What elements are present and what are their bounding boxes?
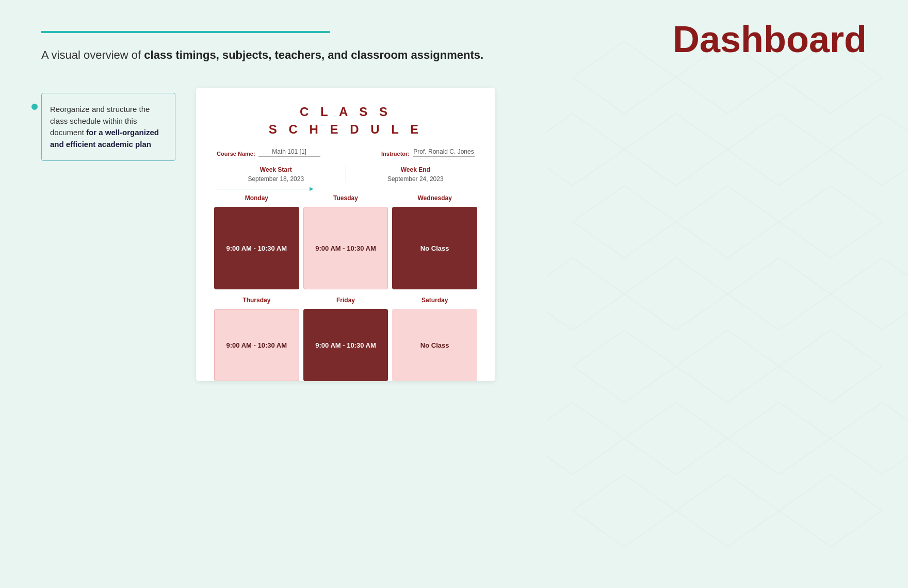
svg-marker-18 (624, 402, 727, 475)
wednesday-cell: No Class (392, 207, 477, 289)
saturday-header: Saturday (392, 295, 477, 306)
header: A visual overview of class timings, subj… (0, 0, 908, 77)
teal-divider (41, 31, 330, 33)
content-area: Reorganize and structure the class sched… (0, 77, 908, 391)
instructor-value: Prof. Ronald C. Jones (413, 148, 475, 157)
arrow-row (212, 189, 480, 189)
saturday-cell: No Class (392, 309, 477, 381)
direction-arrow (217, 189, 310, 189)
dashboard-title-container: Dashboard (673, 21, 867, 58)
week-start: Week Start September 18, 2023 (217, 166, 335, 183)
days-grid-row2: 9:00 AM - 10:30 AM 9:00 AM - 10:30 AM No… (212, 309, 480, 381)
header-left: A visual overview of class timings, subj… (41, 31, 652, 62)
week-end: Week End September 24, 2023 (356, 166, 475, 183)
course-name-value: Math 101 [1] (258, 148, 320, 157)
dashboard-title: Dashboard (673, 21, 867, 58)
svg-marker-21 (573, 475, 676, 547)
monday-cell: 9:00 AM - 10:30 AM (214, 207, 299, 289)
subtitle: A visual overview of class timings, subj… (41, 48, 652, 62)
thursday-cell: 9:00 AM - 10:30 AM (214, 309, 299, 381)
sidebar-note-text: Reorganize and structure the class sched… (50, 104, 167, 150)
course-name-field: Course Name: Math 101 [1] (217, 148, 320, 157)
instructor-label: Instructor: (381, 151, 410, 157)
schedule-title: C L A S S S C H E D U L E (212, 103, 480, 138)
course-info: Course Name: Math 101 [1] Instructor: Pr… (212, 148, 480, 157)
days-grid-row1: 9:00 AM - 10:30 AM 9:00 AM - 10:30 AM No… (212, 207, 480, 289)
svg-marker-22 (676, 475, 779, 547)
svg-marker-20 (831, 402, 908, 475)
schedule-card: C L A S S S C H E D U L E Course Name: M… (196, 88, 495, 381)
friday-cell: 9:00 AM - 10:30 AM (303, 309, 388, 381)
svg-marker-19 (727, 402, 831, 475)
subtitle-bold: class timings, subjects, teachers, and c… (144, 48, 483, 61)
svg-marker-23 (779, 475, 882, 547)
sidebar-note: Reorganize and structure the class sched… (41, 93, 175, 161)
days-header-row1: Monday Tuesday Wednesday (212, 192, 480, 204)
friday-header: Friday (303, 295, 388, 306)
tuesday-cell: 9:00 AM - 10:30 AM (303, 207, 388, 289)
course-name-label: Course Name: (217, 151, 255, 157)
tuesday-header: Tuesday (303, 192, 388, 204)
week-dates-row: Week Start September 18, 2023 Week End S… (212, 166, 480, 183)
days-header-row2: Thursday Friday Saturday (212, 295, 480, 306)
wednesday-header: Wednesday (392, 192, 477, 204)
monday-header: Monday (214, 192, 299, 204)
svg-marker-17 (547, 402, 624, 475)
thursday-header: Thursday (214, 295, 299, 306)
instructor-field: Instructor: Prof. Ronald C. Jones (381, 148, 475, 157)
